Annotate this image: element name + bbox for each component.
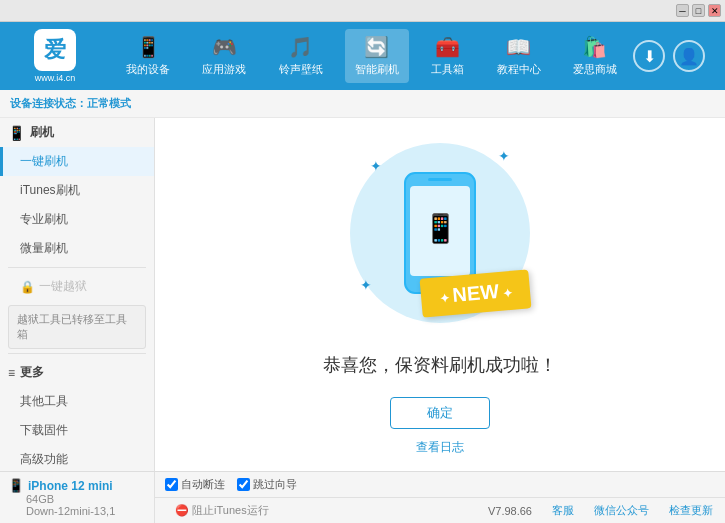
wechat-link[interactable]: 微信公众号 (594, 503, 649, 518)
title-bar: ─ □ ✕ (0, 0, 725, 22)
free-flash-label: 微量刷机 (20, 241, 68, 255)
one-key-flash-label: 一键刷机 (20, 154, 68, 168)
itunes-notice-text: 阻止iTunes运行 (192, 504, 269, 516)
user-button[interactable]: 👤 (673, 40, 705, 72)
flash-section-icon: 📱 (8, 125, 25, 141)
close-button[interactable]: ✕ (708, 4, 721, 17)
minimize-button[interactable]: ─ (676, 4, 689, 17)
auto-disconnect-input[interactable] (165, 478, 178, 491)
customer-service-link[interactable]: 客服 (552, 503, 574, 518)
nav-mall[interactable]: 🛍️ 爱思商城 (563, 29, 627, 83)
tutorial-icon: 📖 (506, 35, 531, 59)
success-message: 恭喜您，保资料刷机成功啦！ (323, 353, 557, 377)
device-version: Down-12mini-13,1 (8, 505, 146, 517)
nav-ringtones-label: 铃声壁纸 (279, 62, 323, 77)
sidebar-item-other-tools[interactable]: 其他工具 (0, 387, 154, 416)
section-divider-1 (8, 267, 146, 268)
itunes-notice: ⛔ 阻止iTunes运行 (167, 500, 277, 521)
sidebar-more-header: ≡ 更多 (0, 358, 154, 387)
version-text: V7.98.66 (488, 505, 532, 517)
jailbreak-notice: 越狱工具已转移至工具箱 (8, 305, 146, 349)
smart-flash-icon: 🔄 (364, 35, 389, 59)
nav-tutorial[interactable]: 📖 教程中心 (487, 29, 551, 83)
sidebar-item-one-key-flash[interactable]: 一键刷机 (0, 147, 154, 176)
nav-tutorial-label: 教程中心 (497, 62, 541, 77)
apps-icon: 🎮 (212, 35, 237, 59)
auto-disconnect-label: 自动断连 (181, 477, 225, 492)
nav-my-device[interactable]: 📱 我的设备 (116, 29, 180, 83)
sidebar-jailbreak-disabled: 🔒 一键越狱 (0, 272, 154, 301)
sparkle-1: ✦ (498, 148, 510, 164)
app-body: 设备连接状态：正常模式 📱 刷机 一键刷机 iTunes刷机 专业刷机 微量刷机 (0, 90, 725, 523)
nav-toolbox[interactable]: 🧰 工具箱 (421, 29, 474, 83)
ringtones-icon: 🎵 (288, 35, 313, 59)
app-middle: 📱 刷机 一键刷机 iTunes刷机 专业刷机 微量刷机 🔒 一键越狱 (0, 118, 725, 471)
sidebar-item-pro-flash[interactable]: 专业刷机 (0, 205, 154, 234)
logo[interactable]: 爱 www.i4.cn (10, 29, 100, 83)
maximize-button[interactable]: □ (692, 4, 705, 17)
svg-rect-3 (428, 178, 452, 181)
new-badge: NEW (419, 269, 531, 317)
status-label: 设备连接状态： (10, 97, 87, 109)
flash-section-label: 刷机 (30, 124, 54, 141)
device-name: iPhone 12 mini (28, 479, 113, 493)
other-tools-label: 其他工具 (20, 394, 68, 408)
logo-icon: 爱 (34, 29, 76, 71)
sparkle-2: ✦ (370, 158, 382, 174)
nav-mall-label: 爱思商城 (573, 62, 617, 77)
sidebar-item-itunes-flash[interactable]: iTunes刷机 (0, 176, 154, 205)
nav-apps-games[interactable]: 🎮 应用游戏 (192, 29, 256, 83)
nav-apps-label: 应用游戏 (202, 62, 246, 77)
device-storage: 64GB (8, 493, 146, 505)
download-button[interactable]: ⬇ (633, 40, 665, 72)
itunes-flash-label: iTunes刷机 (20, 183, 80, 197)
lock-icon: 🔒 (20, 280, 35, 294)
auto-disconnect-checkbox[interactable]: 自动断连 (165, 477, 225, 492)
more-section-label: 更多 (20, 364, 44, 381)
sidebar-item-free-flash[interactable]: 微量刷机 (0, 234, 154, 263)
window-controls[interactable]: ─ □ ✕ (676, 4, 721, 17)
skip-wizard-checkbox[interactable]: 跳过向导 (237, 477, 297, 492)
skip-wizard-input[interactable] (237, 478, 250, 491)
footer-top-row: 自动断连 跳过向导 (155, 472, 725, 498)
nav-toolbox-label: 工具箱 (431, 62, 464, 77)
device-icon: 📱 (8, 478, 24, 493)
footer-main: 自动断连 跳过向导 ⛔ 阻止iTunes运行 V7.98.66 客服 微信公众号… (155, 472, 725, 523)
jailbreak-notice-text: 越狱工具已转移至工具箱 (17, 313, 127, 340)
pro-flash-label: 专业刷机 (20, 212, 68, 226)
jailbreak-label: 一键越狱 (39, 278, 87, 295)
footer-device-info: 📱 iPhone 12 mini 64GB Down-12mini-13,1 (0, 472, 155, 523)
header: 爱 www.i4.cn 📱 我的设备 🎮 应用游戏 🎵 铃声壁纸 🔄 智能刷机 … (0, 22, 725, 90)
nav-my-device-label: 我的设备 (126, 62, 170, 77)
sidebar-item-download-firmware[interactable]: 下载固件 (0, 416, 154, 445)
skip-wizard-label: 跳过向导 (253, 477, 297, 492)
svg-text:📱: 📱 (423, 212, 458, 245)
phone-illustration: 📱 ✦ ✦ ✦ NEW (340, 133, 540, 333)
nav-smart-flash[interactable]: 🔄 智能刷机 (345, 29, 409, 83)
advanced-label: 高级功能 (20, 452, 68, 466)
download-firmware-label: 下载固件 (20, 423, 68, 437)
logo-url: www.i4.cn (35, 73, 76, 83)
stop-icon: ⛔ (175, 504, 192, 516)
check-update-link[interactable]: 检查更新 (669, 503, 713, 518)
more-section-icon: ≡ (8, 366, 15, 380)
view-log-link[interactable]: 查看日志 (416, 439, 464, 456)
confirm-button[interactable]: 确定 (390, 397, 490, 429)
sidebar: 📱 刷机 一键刷机 iTunes刷机 专业刷机 微量刷机 🔒 一键越狱 (0, 118, 155, 471)
footer-bottom-row: ⛔ 阻止iTunes运行 V7.98.66 客服 微信公众号 检查更新 (155, 498, 725, 523)
nav-smart-flash-label: 智能刷机 (355, 62, 399, 77)
sidebar-item-advanced[interactable]: 高级功能 (0, 445, 154, 471)
content-area: 📱 ✦ ✦ ✦ NEW 恭喜您，保资料刷机成功啦！ 确定 查看日志 (155, 118, 725, 471)
mall-icon: 🛍️ (582, 35, 607, 59)
app-footer: 📱 iPhone 12 mini 64GB Down-12mini-13,1 自… (0, 471, 725, 523)
connection-status-bar: 设备连接状态：正常模式 (0, 90, 725, 118)
sparkle-3: ✦ (360, 277, 372, 293)
nav-ringtones[interactable]: 🎵 铃声壁纸 (269, 29, 333, 83)
header-right: ⬇ 👤 (633, 40, 715, 72)
toolbox-icon: 🧰 (435, 35, 460, 59)
main-nav: 📱 我的设备 🎮 应用游戏 🎵 铃声壁纸 🔄 智能刷机 🧰 工具箱 📖 教程中心… (110, 29, 633, 83)
sidebar-flash-header: 📱 刷机 (0, 118, 154, 147)
my-device-icon: 📱 (136, 35, 161, 59)
section-divider-2 (8, 353, 146, 354)
status-value: 正常模式 (87, 97, 131, 109)
